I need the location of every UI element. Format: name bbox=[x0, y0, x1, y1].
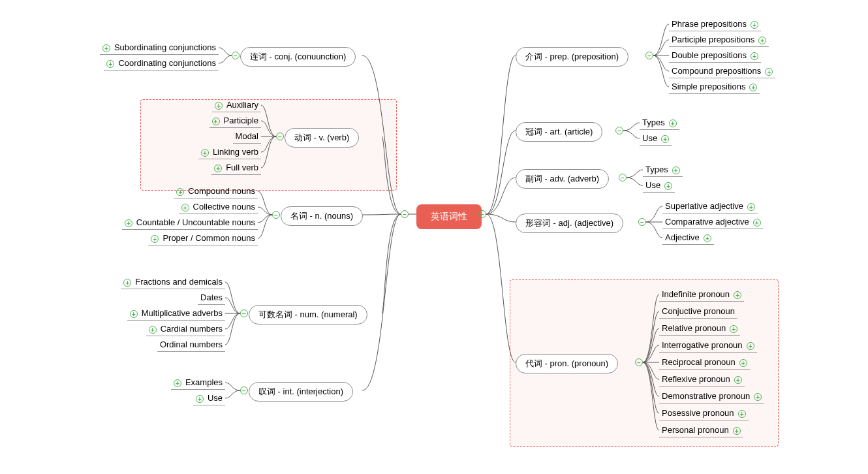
expand-icon[interactable] bbox=[174, 379, 181, 387]
num-collapse[interactable] bbox=[240, 309, 248, 317]
noun-collapse[interactable] bbox=[272, 211, 280, 219]
leaf-double-prep[interactable]: Double prepositions bbox=[669, 49, 761, 63]
leaf-compound-noun[interactable]: Compound nouns bbox=[174, 185, 258, 198]
expand-icon[interactable] bbox=[751, 21, 758, 29]
leaf-superlative[interactable]: Superlative adjective bbox=[662, 200, 758, 213]
expand-icon[interactable] bbox=[753, 219, 761, 227]
pron-collapse[interactable] bbox=[635, 358, 643, 366]
center-collapse-right[interactable] bbox=[478, 210, 486, 218]
leaf-reflex-pron[interactable]: Reflexive pronoun bbox=[659, 373, 745, 387]
leaf-fullverb[interactable]: Full verb bbox=[211, 161, 261, 175]
center-collapse-left[interactable] bbox=[401, 210, 409, 218]
branch-art[interactable]: 冠词 - art. (article) bbox=[516, 122, 602, 142]
expand-icon[interactable] bbox=[102, 44, 110, 52]
expand-icon[interactable] bbox=[176, 188, 184, 196]
expand-icon[interactable] bbox=[754, 393, 762, 401]
expand-icon[interactable] bbox=[747, 203, 755, 211]
branch-verb[interactable]: 动词 - v. (verb) bbox=[285, 128, 359, 148]
expand-icon[interactable] bbox=[734, 291, 741, 299]
adv-collapse[interactable] bbox=[619, 174, 627, 182]
branch-pron[interactable]: 代词 - pron. (pronoun) bbox=[516, 354, 618, 373]
leaf-linking[interactable]: Linking verb bbox=[198, 146, 261, 159]
expand-icon[interactable] bbox=[758, 37, 766, 44]
leaf-proper-noun[interactable]: Proper / Common nouns bbox=[148, 232, 258, 245]
leaf-recip-pron[interactable]: Reciprocal pronoun bbox=[659, 356, 750, 370]
expand-icon[interactable] bbox=[751, 52, 758, 60]
expand-icon[interactable] bbox=[130, 310, 138, 318]
prep-collapse[interactable] bbox=[645, 52, 653, 59]
expand-icon[interactable] bbox=[734, 376, 742, 384]
leaf-fractions[interactable]: Fractions and demicals bbox=[121, 276, 225, 289]
leaf-int-examples[interactable]: Examples bbox=[171, 376, 225, 390]
leaf-participle-prep[interactable]: Participle prepositions bbox=[669, 33, 769, 47]
expand-icon[interactable] bbox=[212, 118, 220, 125]
leaf-pers-pron[interactable]: Personal pronoun bbox=[659, 424, 743, 437]
leaf-comparative[interactable]: Comparative adjective bbox=[662, 215, 764, 229]
leaf-indef-pron[interactable]: Indefinite pronoun bbox=[659, 288, 744, 302]
expand-icon[interactable] bbox=[149, 326, 157, 334]
branch-adj[interactable]: 形容词 - adj. (adjective) bbox=[516, 213, 623, 233]
expand-icon[interactable] bbox=[749, 84, 757, 91]
expand-icon[interactable] bbox=[125, 219, 132, 227]
leaf-adv-use[interactable]: Use bbox=[643, 179, 675, 193]
branch-int[interactable]: 叹词 - int. (interjection) bbox=[249, 382, 353, 402]
expand-icon[interactable] bbox=[214, 165, 222, 172]
leaf-auxiliary[interactable]: Auxiliary bbox=[212, 99, 261, 112]
expand-icon[interactable] bbox=[106, 60, 114, 68]
leaf-rel-pron[interactable]: Relative pronoun bbox=[659, 322, 740, 336]
expand-icon[interactable] bbox=[201, 149, 209, 157]
leaf-sub-conj[interactable]: Subordinating conjunctions bbox=[100, 41, 219, 55]
branch-num-label: 可数名词 - num. (numeral) bbox=[258, 309, 358, 319]
art-collapse[interactable] bbox=[615, 127, 623, 134]
expand-icon[interactable] bbox=[765, 68, 773, 76]
leaf-cardinal[interactable]: Cardial numbers bbox=[146, 323, 225, 336]
expand-icon[interactable] bbox=[747, 342, 754, 350]
expand-icon[interactable] bbox=[738, 410, 746, 418]
branch-conj[interactable]: 连词 - conj. (conuunction) bbox=[240, 47, 356, 67]
leaf-adv-types[interactable]: Types bbox=[643, 163, 683, 177]
leaf-phrase-prep[interactable]: Phrase prepositions bbox=[669, 18, 761, 31]
leaf-int-use[interactable]: Use bbox=[193, 392, 225, 405]
leaf-art-use[interactable]: Use bbox=[640, 132, 672, 146]
branch-noun[interactable]: 名词 - n. (nouns) bbox=[281, 206, 363, 226]
expand-icon[interactable] bbox=[661, 135, 669, 143]
expand-icon[interactable] bbox=[664, 182, 672, 190]
leaf-conj-pron[interactable]: Conjuctive pronoun bbox=[659, 305, 737, 319]
leaf-participle[interactable]: Participle bbox=[209, 114, 261, 128]
int-collapse[interactable] bbox=[240, 387, 248, 394]
expand-icon[interactable] bbox=[669, 119, 677, 127]
leaf-poss-pron[interactable]: Posessive pronoun bbox=[659, 407, 749, 420]
leaf-demo-pron[interactable]: Demonstrative pronoun bbox=[659, 390, 764, 403]
expand-icon[interactable] bbox=[151, 235, 159, 243]
leaf-art-types[interactable]: Types bbox=[640, 116, 679, 130]
expand-icon[interactable] bbox=[196, 395, 204, 403]
leaf-simple-prep[interactable]: Simple prepositions bbox=[669, 80, 760, 94]
leaf-compound-prep[interactable]: Compound prepositions bbox=[669, 65, 775, 78]
expand-icon[interactable] bbox=[739, 359, 747, 367]
verb-collapse[interactable] bbox=[276, 133, 284, 140]
branch-int-label: 叹词 - int. (interjection) bbox=[258, 387, 343, 396]
adj-collapse[interactable] bbox=[638, 218, 646, 226]
leaf-adjective[interactable]: Adjective bbox=[662, 231, 714, 245]
expand-icon[interactable] bbox=[704, 234, 711, 242]
center-node[interactable]: 英语词性 bbox=[416, 204, 482, 229]
leaf-coord-conj[interactable]: Coordinating conjunctions bbox=[104, 57, 219, 71]
branch-num[interactable]: 可数名词 - num. (numeral) bbox=[249, 305, 367, 324]
expand-icon[interactable] bbox=[181, 204, 189, 212]
leaf-ordinal[interactable]: Ordinal numbers bbox=[157, 338, 225, 352]
expand-icon[interactable] bbox=[730, 325, 737, 333]
expand-icon[interactable] bbox=[123, 279, 131, 287]
expand-icon[interactable] bbox=[672, 166, 680, 174]
leaf-mult-adv[interactable]: Multiplicative adverbs bbox=[127, 307, 225, 321]
branch-adv[interactable]: 副词 - adv. (adverb) bbox=[516, 169, 609, 189]
branch-adj-label: 形容词 - adj. (adjective) bbox=[525, 218, 613, 228]
leaf-dates[interactable]: Dates bbox=[198, 291, 225, 305]
leaf-collective-noun[interactable]: Collective nouns bbox=[179, 200, 258, 214]
leaf-countable-noun[interactable]: Countable / Uncountable nouns bbox=[122, 216, 258, 230]
leaf-interrog-pron[interactable]: Interrogative pronoun bbox=[659, 339, 757, 353]
conj-collapse[interactable] bbox=[232, 52, 240, 59]
branch-prep[interactable]: 介词 - prep. (preposition) bbox=[516, 47, 628, 67]
expand-icon[interactable] bbox=[733, 427, 741, 435]
leaf-modal[interactable]: Modal bbox=[233, 130, 261, 144]
expand-icon[interactable] bbox=[215, 102, 223, 110]
